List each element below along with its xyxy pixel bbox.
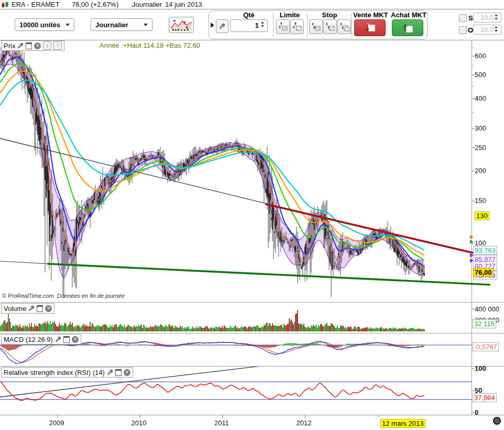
trading-app: 60050040030025020015010013093,76385,9778…: [0, 0, 504, 430]
quantity-value: 1: [255, 22, 259, 29]
qty-label: Qté: [230, 11, 268, 19]
chart-canvas[interactable]: [0, 0, 504, 430]
period-dropdown-value: Journalier: [95, 21, 128, 29]
detach-window-icon[interactable]: [26, 42, 32, 49]
limit-label: Limite: [275, 11, 304, 19]
limit-order-button-1[interactable]: [276, 19, 290, 34]
separator: [307, 13, 308, 37]
macd-panel-header: MACD (12 26 9) ✕: [1, 334, 81, 345]
detach-window-icon[interactable]: [115, 369, 122, 376]
buy-market-icon: [401, 23, 414, 33]
volume-panel-title: Volume: [4, 305, 26, 313]
chart-style-button[interactable]: [169, 17, 194, 33]
o-value: 10.0: [480, 26, 494, 34]
wrench-icon[interactable]: [28, 305, 35, 311]
title-bar: ERA - ERAMET 76,00 (+2,67%) Journalier 1…: [0, 0, 504, 9]
stop-label: Stop: [309, 11, 350, 19]
copyright-text: © ProRealTime.com: [2, 293, 54, 299]
buy-arrow-icon[interactable]: ↑: [53, 41, 62, 50]
limit-order-icon: [278, 22, 288, 32]
order-panel: Qté 1 Limite Stop: [209, 10, 428, 39]
objective-checkbox[interactable]: [459, 26, 467, 34]
s-value: 10.0: [480, 14, 494, 22]
order-settings-button[interactable]: [216, 19, 228, 33]
sell-market-button[interactable]: [354, 19, 386, 36]
price-panel-header: Prix ✕ ↓ ↑: [1, 40, 64, 51]
macd-panel-title: MACD (12 26 9): [4, 336, 53, 343]
chevron-down-icon: [65, 24, 70, 26]
close-icon[interactable]: ✕: [124, 369, 130, 376]
buy-market-button[interactable]: [392, 19, 423, 36]
sell-arrow-icon[interactable]: ↓: [43, 41, 51, 50]
last-price: 76,00 (+2,67%): [72, 1, 118, 8]
buy-market-label: Achat MKT: [391, 11, 423, 19]
stop-order-button-2[interactable]: [323, 19, 337, 34]
o-label: O: [468, 26, 473, 34]
chart-style-icon: [171, 19, 192, 31]
data-note-text: Données en fin de journée: [57, 293, 125, 299]
go-to-last-button[interactable]: [493, 417, 501, 425]
sell-market-label: Vente MKT: [353, 11, 386, 19]
stop-order-3-icon: [339, 22, 349, 32]
date-label: 14 juin 2013: [165, 1, 202, 8]
o-stepper[interactable]: [495, 26, 498, 32]
quantity-stepper[interactable]: [261, 22, 264, 27]
timeframe-label: Journalier: [132, 1, 162, 8]
stop-order-button-3[interactable]: [337, 19, 351, 34]
copyright-note: © ProRealTime.comDonnées en fin de journ…: [2, 293, 125, 299]
limit-order-2-icon: [292, 22, 302, 32]
stop-checkbox[interactable]: [459, 14, 467, 22]
close-icon[interactable]: ✕: [72, 336, 79, 343]
units-dropdown-value: 10000 unités: [19, 21, 60, 29]
wrench-icon[interactable]: [17, 42, 24, 49]
price-panel-title: Prix: [4, 42, 15, 50]
units-dropdown[interactable]: 10000 unités: [15, 18, 74, 31]
collapse-arrow-icon[interactable]: [211, 23, 214, 28]
s-label: S: [468, 14, 473, 22]
stop-order-icon: [311, 22, 321, 32]
instrument-candle-icon: [2, 2, 9, 8]
close-icon[interactable]: ✕: [34, 42, 41, 49]
wrench-icon[interactable]: [107, 369, 113, 375]
separator: [273, 13, 273, 37]
chevron-down-icon: [144, 24, 148, 26]
symbol-name: ERA - ERAMET: [12, 1, 60, 8]
wrench-icon[interactable]: [55, 336, 61, 342]
volume-panel-header: Volume ✕: [1, 303, 54, 314]
rsi-panel-header: Relative strength index (RSI) (14) ✕: [1, 367, 133, 378]
close-icon[interactable]: ✕: [45, 305, 52, 312]
period-dropdown[interactable]: Journalier: [91, 18, 152, 31]
year-high-low-info: Année :+Haut 114,18 +Bas 72,60: [100, 41, 200, 49]
detach-window-icon[interactable]: [63, 336, 70, 343]
detach-window-icon[interactable]: [37, 305, 43, 312]
s-stepper[interactable]: [495, 14, 498, 20]
stop-order-2-icon: [325, 22, 335, 32]
stop-order-button-1[interactable]: [309, 19, 323, 34]
sell-market-icon: [363, 23, 377, 33]
limit-order-button-2[interactable]: [290, 19, 304, 34]
rsi-panel-title: Relative strength index (RSI) (14): [4, 369, 105, 377]
wrench-icon: [219, 23, 225, 29]
separator: [351, 13, 352, 37]
